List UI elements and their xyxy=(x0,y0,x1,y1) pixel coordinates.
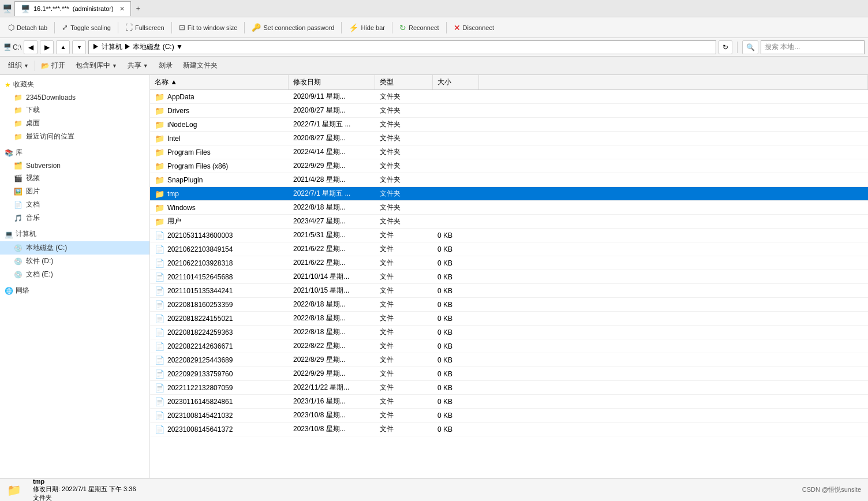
file-cell-rest xyxy=(479,164,868,168)
sidebar-item-label: 最近访问的位置 xyxy=(26,132,74,141)
file-cell-date: 2022/4/14 星期... xyxy=(289,145,375,159)
open-label: 打开 xyxy=(51,61,65,70)
sidebar-item-local-disk-c[interactable]: 💿 本地磁盘 (C:) xyxy=(0,241,149,255)
table-row[interactable]: 📄 20211014152645688 2021/10/14 星期... 文件 … xyxy=(150,270,868,284)
table-row[interactable]: 📁 Drivers 2020/8/27 星期... 文件夹 xyxy=(150,104,868,118)
search-toggle-button[interactable]: 🔍 xyxy=(742,40,758,54)
up-button[interactable]: ▲ xyxy=(56,40,70,54)
disconnect-button[interactable]: ✕ Disconnect xyxy=(449,21,499,35)
file-cell-rest xyxy=(479,248,868,251)
reconnect-button[interactable]: ↻ Reconnect xyxy=(395,21,444,35)
sidebar-item-2345downloads[interactable]: 📁 2345Downloads xyxy=(0,92,149,103)
table-row[interactable]: 📁 iNodeLog 2022/7/1 星期五 ... 文件夹 xyxy=(150,118,868,132)
table-row[interactable]: 📁 用户 2023/4/27 星期... 文件夹 xyxy=(150,215,868,229)
sidebar-header-computer[interactable]: 💻 计算机 xyxy=(0,227,149,241)
table-row[interactable]: 📁 Intel 2020/8/27 星期... 文件夹 xyxy=(150,132,868,145)
include-in-library-button[interactable]: 包含到库中 ▼ xyxy=(71,59,122,72)
table-row[interactable]: 📁 SnapPlugin 2021/4/28 星期... 文件夹 xyxy=(150,173,868,187)
share-button[interactable]: 共享 ▼ xyxy=(123,59,153,72)
file-cell-rest xyxy=(479,109,868,113)
sidebar-item-documents[interactable]: 📄 文档 xyxy=(0,198,149,211)
file-icon: 📄 xyxy=(155,397,164,406)
library-icon: 📚 xyxy=(5,149,13,157)
file-cell-date: 2022/8/18 星期... xyxy=(289,201,375,214)
detach-tab-button[interactable]: ⬡ Detach tab xyxy=(3,21,52,34)
sidebar-item-pictures[interactable]: 🖼️ 图片 xyxy=(0,185,149,198)
search-input[interactable]: 搜索 本地... xyxy=(761,40,865,54)
main-layout: ★ 收藏夹 📁 2345Downloads 📁 下载 📁 桌面 📁 最近访问的位… xyxy=(0,75,868,478)
table-row[interactable]: 📄 20210622103849154 2021/6/22 星期... 文件 0… xyxy=(150,242,868,256)
fit-to-window-button[interactable]: ⊡ Fit to window size xyxy=(174,21,242,34)
burn-button[interactable]: 刻录 xyxy=(154,59,177,72)
table-row[interactable]: 📄 20231008145421032 2023/10/8 星期... 文件 0… xyxy=(150,409,868,423)
table-row[interactable]: 📄 20220822142636671 2022/8/22 星期... 文件 0… xyxy=(150,339,868,353)
open-button[interactable]: 📂 打开 xyxy=(36,59,70,72)
table-row[interactable]: 📄 20210531143600003 2021/5/31 星期... 文件 0… xyxy=(150,229,868,242)
back-button[interactable]: ◀ xyxy=(24,40,38,54)
address-path[interactable]: ▶ 计算机 ▶ 本地磁盘 (C:) ▼ xyxy=(88,40,716,54)
file-icon: 📄 xyxy=(155,383,164,392)
file-cell-rest xyxy=(479,123,868,126)
table-row[interactable]: 📄 20220818224155021 2022/8/18 星期... 文件 0… xyxy=(150,312,868,326)
table-row[interactable]: 📄 20230116145824861 2023/1/16 星期... 文件 0… xyxy=(150,395,868,409)
sidebar-item-label: 本地磁盘 (C:) xyxy=(26,243,67,253)
table-row[interactable]: 📄 20210622103928318 2021/6/22 星期... 文件 0… xyxy=(150,256,868,270)
sidebar-item-documents-e[interactable]: 💿 文档 (E:) xyxy=(0,268,149,281)
sidebar-header-network[interactable]: 🌐 网络 xyxy=(0,283,149,298)
tab-close-icon[interactable]: ✕ xyxy=(119,5,125,13)
set-connection-password-button[interactable]: 🔑 Set connection password xyxy=(247,21,339,34)
detach-tab-label: Detach tab xyxy=(17,24,47,31)
table-row[interactable]: 📄 20220818160253359 2022/8/18 星期... 文件 0… xyxy=(150,298,868,312)
sidebar-item-desktop[interactable]: 📁 桌面 xyxy=(0,117,149,130)
table-row[interactable]: 📄 20220818224259363 2022/8/18 星期... 文件 0… xyxy=(150,326,868,339)
table-row[interactable]: 📄 20220929133759760 2022/9/29 星期... 文件 0… xyxy=(150,367,868,381)
recent-button[interactable]: ▼ xyxy=(72,40,86,54)
table-row[interactable]: 📄 20211015135344241 2021/10/15 星期... 文件 … xyxy=(150,284,868,298)
sidebar-item-software-d[interactable]: 💿 软件 (D:) xyxy=(0,255,149,268)
forward-button[interactable]: ▶ xyxy=(40,40,54,54)
file-cell-name: 📁 Drivers xyxy=(150,104,289,117)
file-cell-name: 📄 20210622103849154 xyxy=(150,243,289,256)
drive-icon-c: 💿 xyxy=(14,244,23,252)
table-row[interactable]: 📄 20220829125443689 2022/8/29 星期... 文件 0… xyxy=(150,353,868,367)
title-tab[interactable]: 🖥️ 16.1**.***.*** (administrator) ✕ xyxy=(14,1,131,16)
sidebar-header-libraries[interactable]: 📚 库 xyxy=(0,145,149,160)
table-row[interactable]: 📁 Program Files (x86) 2022/9/29 星期... 文件… xyxy=(150,159,868,173)
table-row[interactable]: 📁 Program Files 2022/4/14 星期... 文件夹 xyxy=(150,145,868,159)
sidebar-item-downloads[interactable]: 📁 下载 xyxy=(0,103,149,117)
col-header-date[interactable]: 修改日期 xyxy=(289,75,375,89)
lib-icon-subversion: 🗂️ xyxy=(14,162,23,170)
file-cell-type: 文件夹 xyxy=(375,145,433,159)
hide-bar-button[interactable]: ⚡ Hide bar xyxy=(344,21,390,35)
file-cell-size: 0 KB xyxy=(433,257,479,269)
sidebar-item-label: 软件 (D:) xyxy=(26,256,53,266)
file-cell-rest xyxy=(479,358,868,362)
col-header-name[interactable]: 名称 ▲ xyxy=(150,75,289,89)
col-header-size[interactable]: 大小 xyxy=(433,75,479,89)
file-cell-name: 📄 20231008145421032 xyxy=(150,409,289,422)
col-header-type[interactable]: 类型 xyxy=(375,75,433,89)
organize-button[interactable]: 组织 ▼ xyxy=(3,59,33,72)
table-row[interactable]: 📁 tmp 2022/7/1 星期五 ... 文件夹 xyxy=(150,187,868,201)
lib-icon-video: 🎬 xyxy=(14,174,23,182)
new-folder-button[interactable]: 新建文件夹 xyxy=(178,59,222,72)
toggle-scaling-button[interactable]: ⤢ Toggle scaling xyxy=(57,21,115,34)
sidebar-item-video[interactable]: 🎬 视频 xyxy=(0,171,149,185)
toolbar-divider-7 xyxy=(446,22,447,33)
sidebar-header-favorites[interactable]: ★ 收藏夹 xyxy=(0,77,149,92)
table-row[interactable]: 📄 20221122132807059 2022/11/22 星期... 文件 … xyxy=(150,381,868,395)
add-tab-button[interactable]: + xyxy=(131,2,145,15)
file-icon: 📄 xyxy=(155,369,164,379)
fullscreen-icon: ⛶ xyxy=(125,23,133,32)
refresh-button[interactable]: ↻ xyxy=(719,40,732,54)
file-cell-size xyxy=(433,164,479,168)
sidebar-item-subversion[interactable]: 🗂️ Subversion xyxy=(0,160,149,171)
sidebar-item-recent[interactable]: 📁 最近访问的位置 xyxy=(0,130,149,143)
table-row[interactable]: 📁 Windows 2022/8/18 星期... 文件夹 xyxy=(150,201,868,215)
file-name: 20230116145824861 xyxy=(167,398,233,406)
table-row[interactable]: 📄 20231008145641372 2023/10/8 星期... 文件 0… xyxy=(150,423,868,436)
fullscreen-button[interactable]: ⛶ Fullscreen xyxy=(121,21,169,34)
sidebar-item-music[interactable]: 🎵 音乐 xyxy=(0,211,149,225)
file-cell-rest xyxy=(479,331,868,334)
table-row[interactable]: 📁 AppData 2020/9/11 星期... 文件夹 xyxy=(150,90,868,104)
